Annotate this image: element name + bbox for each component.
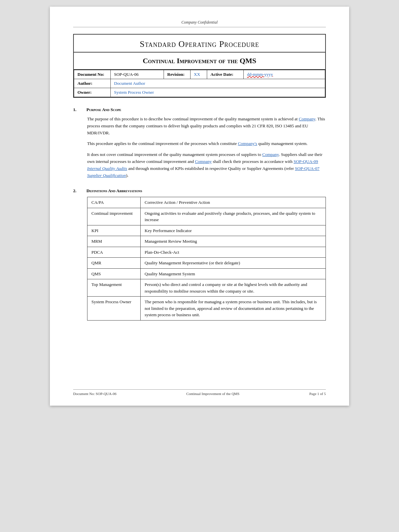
definition-value: Ongoing activities to evaluate and posit… — [141, 208, 326, 225]
internal-quality-audits-link[interactable]: Internal Quality Audits — [87, 166, 127, 171]
definitions-table: CA/PA Corrective Action / Preventive Act… — [87, 197, 326, 321]
definition-value: Key Performance Indicator — [141, 225, 326, 236]
doc-subtitle: Continual Improvement of the QMS — [77, 57, 322, 65]
title-subtitle-row: Continual Improvement of the QMS — [74, 53, 325, 70]
section-1-para-2: This procedure applies to the continual … — [87, 140, 326, 147]
section-1-para-1: The purpose of this procedure is to desc… — [87, 116, 326, 136]
definition-row: KPI Key Performance Indicator — [87, 225, 326, 236]
section-1-header: 1. Purpose and Scope — [73, 107, 326, 112]
footer-left: Document No: SOP-QUA-06 — [73, 392, 116, 396]
definition-term: MRM — [87, 236, 141, 247]
definition-term: Continual improvement — [87, 208, 141, 225]
footer-center: Continual Improvement of the QMS — [186, 392, 239, 396]
section-2-title: Definitions and Abbreviations — [86, 188, 142, 194]
meta-row-docno: Document No: SOP-QUA-06 Revision: XX Act… — [74, 70, 325, 79]
sop-title: Standard Operating Procedure — [77, 39, 322, 49]
section-2-num: 2. — [73, 188, 80, 194]
section-1-num: 1. — [73, 107, 80, 112]
definition-term: Top Management — [87, 279, 141, 297]
confidential-text: Company Confidential — [182, 20, 218, 25]
definition-term: CA/PA — [87, 197, 141, 208]
definition-term: QMR — [87, 258, 141, 269]
definition-value: The person who is responsible for managi… — [141, 297, 326, 321]
definition-row: Top Management Person(s) who direct and … — [87, 279, 326, 297]
definition-row: QMS Quality Management System — [87, 268, 326, 279]
confidential-header: Company Confidential — [73, 20, 326, 27]
company-link-1[interactable]: Company — [299, 116, 315, 121]
meta-table: Document No: SOP-QUA-06 Revision: XX Act… — [74, 70, 325, 97]
author-value: Document Author — [111, 79, 325, 88]
active-date-value: dd-mmm-yyyy — [244, 70, 325, 79]
revision-label: Revision: — [164, 70, 191, 79]
page-footer: Document No: SOP-QUA-06 Continual Improv… — [73, 389, 326, 396]
company-ref-4: Company — [195, 159, 212, 164]
definition-row: PDCA Plan-Do-Check-Act — [87, 247, 326, 258]
meta-row-author: Author: Document Author — [74, 79, 325, 88]
company-link-2[interactable]: Company's — [238, 141, 257, 146]
definition-value: Person(s) who direct and control a compa… — [141, 279, 326, 297]
footer-right: Page 1 of 5 — [309, 392, 326, 396]
section-2: 2. Definitions and Abbreviations CA/PA C… — [73, 188, 326, 321]
supplier-qualification-link[interactable]: Supplier Qualification — [87, 173, 126, 178]
definition-row: System Process Owner The person who is r… — [87, 297, 326, 321]
section-1: 1. Purpose and Scope The purpose of this… — [73, 107, 326, 179]
sop-qua-07-link[interactable]: SOP-QUA-07 — [295, 166, 320, 171]
definition-value: Quality Management System — [141, 268, 326, 279]
definition-row: Continual improvement Ongoing activities… — [87, 208, 326, 225]
doc-no-value: SOP-QUA-06 — [111, 70, 164, 79]
section-1-para-3: It does not cover continual improvement … — [87, 151, 326, 179]
definition-value: Plan-Do-Check-Act — [141, 247, 326, 258]
section-2-body: CA/PA Corrective Action / Preventive Act… — [87, 197, 326, 321]
document-page: Company Confidential Standard Operating … — [50, 7, 349, 406]
meta-row-owner: Owner: System Process Owner — [74, 88, 325, 97]
company-link-3[interactable]: Company — [262, 152, 279, 157]
owner-label: Owner: — [74, 88, 111, 97]
definition-row: QMR Quality Management Representative (o… — [87, 258, 326, 269]
section-1-title: Purpose and Scope — [86, 107, 121, 112]
title-main: Standard Operating Procedure — [74, 35, 325, 53]
definition-row: MRM Management Review Meeting — [87, 236, 326, 247]
author-label: Author: — [74, 79, 111, 88]
definition-term: QMS — [87, 268, 141, 279]
definition-term: PDCA — [87, 247, 141, 258]
owner-value: System Process Owner — [111, 88, 325, 97]
definition-term: System Process Owner — [87, 297, 141, 321]
definition-value: Corrective Action / Preventive Action — [141, 197, 326, 208]
active-date-label: Active Date: — [207, 70, 244, 79]
definition-term: KPI — [87, 225, 141, 236]
sop-qua-09-link[interactable]: SOP-QUA-09 — [294, 159, 318, 164]
definition-value: Quality Management Representative (or th… — [141, 258, 326, 269]
title-block: Standard Operating Procedure Continual I… — [73, 34, 326, 98]
revision-value: XX — [191, 70, 207, 79]
doc-no-label: Document No: — [74, 70, 111, 79]
definition-value: Management Review Meeting — [141, 236, 326, 247]
section-1-body: The purpose of this procedure is to desc… — [87, 116, 326, 179]
section-2-header: 2. Definitions and Abbreviations — [73, 188, 326, 194]
definition-row: CA/PA Corrective Action / Preventive Act… — [87, 197, 326, 208]
